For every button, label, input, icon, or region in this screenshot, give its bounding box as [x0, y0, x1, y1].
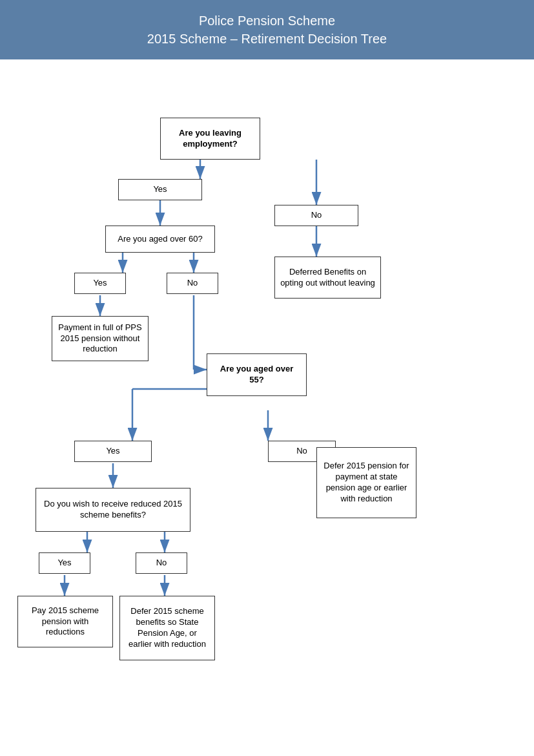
no1-box: No: [274, 205, 358, 226]
yes2-box: Yes: [74, 273, 126, 294]
page-header: Police Pension Scheme 2015 Scheme – Reti…: [0, 0, 534, 59]
yes4-box: Yes: [39, 552, 90, 574]
yes3-box: Yes: [74, 441, 152, 462]
header-line1: Police Pension Scheme: [6, 12, 528, 30]
defer-state-box: Defer 2015 pension for payment at state …: [316, 447, 416, 518]
wish-reduced-box: Do you wish to receive reduced 2015 sche…: [36, 488, 190, 532]
pay-2015-box: Pay 2015 scheme pension with reductions: [17, 596, 113, 647]
aged-60-box: Are you aged over 60?: [105, 226, 215, 253]
aged-55-box: Are you aged over 55?: [207, 353, 307, 396]
payment-full-box: Payment in full of PPS 2015 pension with…: [52, 316, 149, 361]
arrows-svg: [0, 59, 534, 756]
no4-box: No: [136, 552, 187, 574]
diagram-area: Are you leaving employment? Yes No Are y…: [0, 59, 534, 756]
no2-box: No: [167, 273, 218, 294]
defer-state2-box: Defer 2015 scheme benefits so State Pens…: [119, 596, 215, 660]
start-box: Are you leaving employment?: [160, 118, 260, 160]
deferred-opting-box: Deferred Benefits on opting out without …: [274, 257, 381, 299]
header-line2: 2015 Scheme – Retirement Decision Tree: [6, 30, 528, 48]
yes1-box: Yes: [118, 179, 202, 200]
